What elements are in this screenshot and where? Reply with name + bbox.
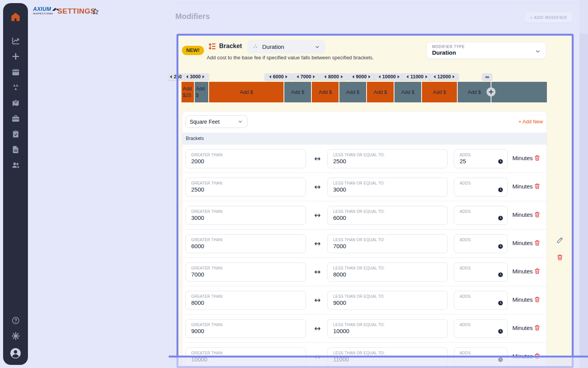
adds-field[interactable]: ADDS25 [454,149,508,168]
adds-field[interactable]: ADDS [454,178,508,197]
greater-than-field[interactable]: GREATER THAN:9000 [185,319,306,338]
adds-field[interactable]: ADDS [454,206,508,225]
map-icon[interactable] [11,98,20,107]
bracket-segment[interactable]: Add $25 [182,82,194,102]
field-label: ADDS [460,323,507,327]
bracket-segment[interactable]: Add $ [312,82,339,102]
less-than-field[interactable]: LESS THAN OR EQUAL TO:10000 [327,319,448,338]
bracket-modifier-card: NEW! Bracket Duration Add cost to the ba… [176,34,574,368]
field-label: ADDS [460,294,507,299]
briefcase-icon[interactable] [11,114,20,123]
bracket-boundary-pill[interactable]: 6000 [265,73,292,80]
table-row: GREATER THAN:3000 LESS THAN OR EQUAL TO:… [182,201,546,230]
field-label: GREATER THAN: [191,323,306,327]
infinity-icon: ∞ [485,74,489,80]
field-label: ADDS [460,266,507,270]
delete-row-icon[interactable] [534,183,541,190]
greater-than-field[interactable]: GREATER THAN:8000 [185,291,306,310]
field-value: 8000 [191,299,306,306]
unit-select-value: Square Feet [190,119,237,125]
adds-field[interactable]: ADDS [454,291,508,310]
tasks-icon[interactable] [11,130,20,138]
bracket-segment[interactable]: Add $ [284,82,311,102]
add-icon[interactable] [11,52,20,61]
field-label: LESS THAN OR EQUAL TO: [333,294,447,299]
delete-row-icon[interactable] [534,154,541,161]
field-label: GREATER THAN: [191,209,306,214]
unit-label: Minutes [512,155,533,161]
bracket-boundary-pill[interactable]: 9000 [348,73,375,80]
table-row: GREATER THAN:6000 LESS THAN OR EQUAL TO:… [182,230,546,258]
less-than-field[interactable]: LESS THAN OR EQUAL TO:6000 [327,206,448,225]
brand-subtitle: INSPECTIONS [33,12,60,15]
modifier-title: Bracket [219,43,242,50]
boundary-value: 2500 [174,74,182,79]
favorite-star-icon[interactable] [91,7,100,16]
bracket-segment[interactable]: Add $ [394,82,421,102]
less-than-field[interactable]: LESS THAN OR EQUAL TO:9000 [327,291,448,310]
adds-field[interactable]: ADDS [454,234,508,253]
home-icon[interactable] [10,11,21,22]
segment-label: Add $ [433,89,446,95]
greater-than-field[interactable]: GREATER THAN:2500 [185,178,306,197]
analytics-icon[interactable] [11,36,20,45]
delete-row-icon[interactable] [534,268,541,275]
delete-row-icon[interactable] [534,296,541,303]
segment-label: Add $ [291,89,304,95]
bracket-segment[interactable]: Add $ [422,82,457,102]
delete-row-icon[interactable] [534,324,541,331]
add-bracket-icon[interactable] [487,88,495,96]
calendar-icon[interactable] [11,67,20,76]
applies-to-select[interactable]: Duration [247,40,325,54]
bracket-segment[interactable]: Add $ [209,82,284,102]
less-than-field[interactable]: LESS THAN OR EQUAL TO:8000 [327,263,448,282]
bracket-segment[interactable]: Add $ [339,82,366,102]
help-icon[interactable] [11,316,20,325]
greater-than-field[interactable]: GREATER THAN:6000 [185,234,306,253]
less-than-field[interactable]: LESS THAN OR EQUAL TO:2500 [327,149,448,168]
bracket-boundary-pill[interactable]: 7000 [292,73,320,80]
edit-modifier-icon[interactable] [556,237,564,244]
add-new-link[interactable]: + Add New [519,119,543,124]
greater-than-field[interactable]: GREATER THAN:7000 [185,263,306,282]
field-value: 6000 [191,243,306,249]
delete-row-icon[interactable] [534,211,541,218]
radon-icon[interactable] [11,83,20,92]
field-label: ADDS [460,209,507,214]
greater-than-field[interactable]: GREATER THAN:2000 [185,149,306,168]
bracket-segment[interactable]: Add $ [195,82,208,102]
delete-modifier-icon[interactable] [556,254,564,261]
bracket-boundary-pill[interactable]: 8000 [320,73,347,80]
segment-label: Add $ [458,89,491,95]
adds-field[interactable]: ADDS [454,319,508,338]
unit-label: Minutes [512,325,533,331]
page-scrollbar[interactable] [579,0,588,368]
less-than-field[interactable]: LESS THAN OR EQUAL TO:3000 [327,178,448,197]
less-than-field[interactable]: LESS THAN OR EQUAL TO:7000 [327,234,448,253]
boundary-value: 11000 [410,74,424,79]
bracket-segment[interactable]: Add $ [458,82,547,102]
account-icon[interactable] [9,347,22,359]
range-arrow-icon [313,183,322,191]
unit-label: Minutes [512,268,533,275]
bracket-boundary-pill[interactable]: 2500 [168,73,182,80]
bracket-boundary-pill[interactable]: 10000 [374,73,404,80]
document-icon[interactable] [11,145,20,154]
unit-select[interactable]: Square Feet [185,115,247,128]
bracket-boundary-pill[interactable]: 11000 [402,73,432,80]
delete-row-icon[interactable] [534,239,541,246]
modifier-type-select[interactable]: MODIFIER TYPE Duration [426,42,546,59]
brand-name: AXIUM [33,7,51,12]
bracket-boundary-pill[interactable]: 3000 [182,73,209,80]
field-label: ADDS [460,153,507,157]
bracket-segment[interactable]: Add $ [367,82,394,102]
adds-field[interactable]: ADDS [454,263,508,282]
settings-icon[interactable] [11,332,20,340]
greater-than-field[interactable]: GREATER THAN:3000 [185,206,306,225]
boundary-value: 3000 [190,74,201,79]
unit-label: Minutes [512,296,533,303]
chevron-down-icon [314,44,320,50]
users-icon[interactable] [11,161,20,169]
bracket-boundary-pill[interactable]: 12000 [429,73,459,80]
field-label: ADDS [460,351,507,355]
